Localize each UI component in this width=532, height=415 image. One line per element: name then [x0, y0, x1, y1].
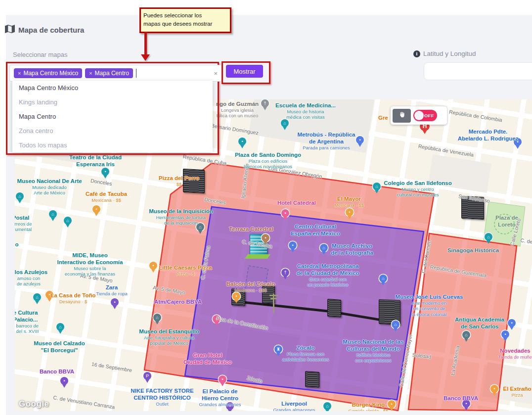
map-pin[interactable]: •	[346, 208, 354, 216]
map-pin[interactable]: ⌂	[56, 323, 64, 331]
poi-label: Museo Archivode la Fotografía	[331, 242, 373, 256]
poi-label: Sinagoga Histórica	[447, 247, 499, 254]
map-pin[interactable]: •	[490, 385, 498, 393]
map-pin[interactable]: •	[388, 400, 396, 408]
map-pin[interactable]: ⌂	[462, 331, 470, 339]
selected-map-tag[interactable]: ×Mapa Centro	[85, 68, 133, 78]
poi-label: MIDE, MuseoInteractivo de EconomíaMuseo …	[57, 252, 123, 277]
poi-label: Hotel Catedral	[277, 199, 316, 206]
dropdown-option[interactable]: Todos los mapas	[12, 138, 213, 152]
select-maps-label: Seleccionar mapas	[13, 51, 68, 58]
poi-label: El MayorMexicana · $$	[334, 195, 364, 208]
map-pin[interactable]: •	[232, 292, 240, 300]
map-pin[interactable]: †	[281, 269, 289, 277]
clear-select-icon[interactable]: ×	[214, 70, 218, 77]
poi-label: Colegio de San IldefonsoMuseo y centrocu…	[384, 180, 451, 198]
poi-label: Museo José Luis CuevasArte moderno enun …	[396, 293, 463, 317]
map-pin[interactable]: •	[219, 375, 226, 383]
dropdown-option[interactable]: Zona centro	[12, 124, 213, 138]
dropdown-option[interactable]: Mapa Centro México	[12, 81, 213, 95]
annotation-arrow-line	[144, 32, 147, 55]
poi-label: ZaraTienda de ropa	[96, 284, 128, 296]
map-pin[interactable]: ⌂	[49, 210, 57, 218]
map-pin[interactable]: ⌂	[153, 314, 161, 322]
app-window: Mapa de cobertura Seleccionar mapas i La…	[0, 0, 532, 415]
map-pin[interactable]: ⌂	[320, 244, 328, 252]
page-title-text: Mapa de cobertura	[18, 26, 84, 34]
poi-label: La Casa de ToñoDesayuno · $	[50, 292, 95, 304]
map-pin[interactable]: P	[143, 372, 151, 380]
map-pin[interactable]: •	[60, 377, 68, 385]
hand-icon	[398, 111, 406, 121]
map-pin[interactable]: •	[262, 234, 269, 242]
map-icon	[5, 25, 15, 35]
remove-tag-icon[interactable]: ×	[18, 70, 21, 76]
poi-label: Atm/Cajero BBVA	[154, 298, 202, 305]
poi-label: Museo Nacional de lasCulturas del MundoE…	[343, 338, 403, 364]
poi-label: NovedadesTienda de muñe	[498, 347, 532, 360]
network-device-marker[interactable]	[305, 371, 319, 388]
map-pin[interactable]: ⌂	[281, 119, 289, 127]
tooltip-line-1: Puedes seleccionar los	[143, 11, 227, 20]
pan-hand-button[interactable]	[393, 109, 411, 123]
map-pin[interactable]: •	[289, 241, 297, 249]
selected-map-tag[interactable]: ×Mapa Centro México	[14, 68, 82, 78]
poi-label: Teatro de la CiudadEsperanza Iris	[69, 154, 122, 168]
map-pin[interactable]: ⌂	[485, 233, 492, 241]
info-icon: i	[413, 50, 420, 57]
latlng-input[interactable]	[424, 62, 532, 80]
remove-tag-icon[interactable]: ×	[89, 70, 92, 76]
maps-multiselect[interactable]: ×Mapa Centro México×Mapa Centro ×	[9, 65, 222, 82]
map-pin[interactable]: •	[238, 138, 246, 145]
map-pin[interactable]: ⌂	[323, 402, 331, 410]
map-pin[interactable]: ⌂	[392, 321, 399, 328]
map-pin[interactable]: •	[149, 262, 157, 270]
map-pin[interactable]: ⌂	[379, 275, 387, 282]
map-pin[interactable]: ⌂	[373, 183, 381, 190]
map-pin[interactable]: •	[501, 330, 509, 338]
poi-label: Museo del Calzado"El Borceguí"	[34, 340, 85, 354]
map-pin[interactable]: †	[261, 99, 269, 107]
latlng-label: Latitud y Longitud	[423, 50, 476, 57]
poi-label: El Palacio deHierro CentroGrandes almace…	[199, 388, 241, 407]
select-annotation-frame: ×Mapa Centro México×Mapa Centro × Mapa C…	[6, 62, 219, 155]
poi-label: Pizza del Perro$$	[159, 175, 199, 187]
tag-label: Mapa Centro México	[23, 70, 78, 77]
map-pin[interactable]: •	[281, 209, 289, 217]
page-title: Mapa de cobertura	[5, 25, 84, 35]
map-pin[interactable]: ♜	[274, 345, 282, 353]
poi-label: Balcón del ZócaloMexicana · $$$	[226, 280, 275, 293]
network-device-marker[interactable]	[327, 299, 341, 317]
map-pin[interactable]: •	[508, 319, 516, 327]
poi-label: Postalcorreos deonumental	[15, 214, 32, 232]
dropdown-option[interactable]: Kings landing	[12, 95, 213, 109]
tooltip-line-2: mapas que desees mostrar	[143, 20, 227, 28]
coverage-toggle[interactable]: OFF	[413, 110, 437, 121]
latlng-header: i Latitud y Longitud	[413, 50, 476, 57]
toggle-label: OFF	[424, 113, 434, 118]
poi-label: anco	[15, 241, 18, 248]
poi-label: ZócaloPlaza famosa conactividades frecue…	[282, 344, 329, 363]
maps-dropdown: Mapa Centro MéxicoKings landingMapa Cent…	[12, 81, 213, 152]
map-pin[interactable]: •	[356, 136, 364, 144]
poi-label: Plaza de Santo DomingoPlaza con edificio…	[235, 151, 301, 170]
poi-label: LiverpoolGrandes almacenes	[273, 400, 315, 411]
poi-label: Antigua Academiade San Carlos	[455, 316, 504, 330]
tooltip-callout: Puedes seleccionar los mapas que desees …	[139, 7, 231, 33]
poi-label: Escuela de Medicina...Museo de historiam…	[275, 102, 336, 120]
poi-label: Gre	[378, 114, 388, 121]
map-pin[interactable]: •	[92, 205, 100, 213]
mostrar-button[interactable]: Mostrar	[226, 65, 263, 78]
map-pin[interactable]: •	[111, 298, 119, 306]
google-logo: Google	[19, 399, 49, 409]
utility-pole-icon[interactable]	[273, 293, 274, 313]
poi-label: Metrobús - Repúblicade ArgentinaParada p…	[298, 131, 355, 150]
poi-label: de Cultura- Palacio...cio barroco deles …	[15, 309, 39, 334]
poi-label: Burger KingComida rápida · $$	[349, 401, 389, 411]
dropdown-option[interactable]: Mapa Centro	[12, 109, 213, 124]
poi-label: Museo Nacional De ArteMuseo dedicadoArte…	[17, 178, 82, 196]
poi-label: Plaza deLoreto	[495, 214, 518, 228]
map-pin[interactable]: ⌂	[33, 293, 41, 301]
map-pin[interactable]: ⌂	[64, 217, 72, 225]
map-pin[interactable]: •	[101, 168, 109, 176]
